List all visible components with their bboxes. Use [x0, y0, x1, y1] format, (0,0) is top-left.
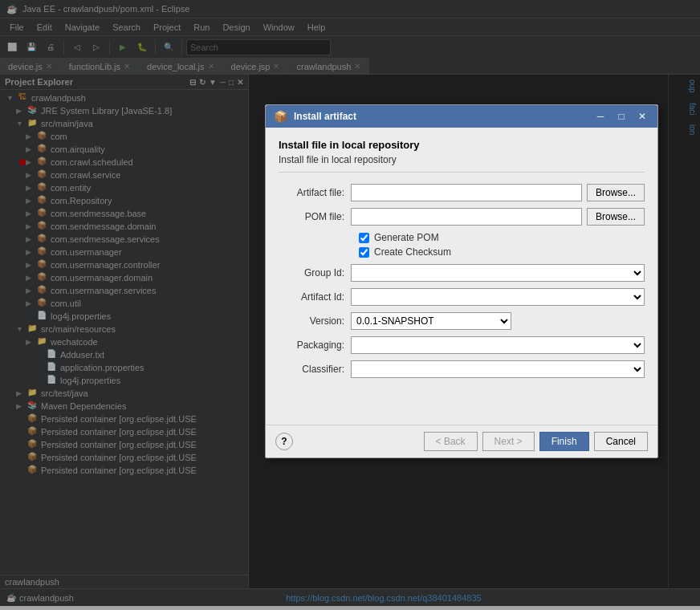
group-id-row: Group Id:	[279, 264, 645, 282]
dialog-close-btn[interactable]: ✕	[635, 110, 649, 123]
version-select[interactable]: 0.0.1-SNAPSHOT	[351, 312, 511, 330]
create-checksum-row: Create Checksum	[279, 246, 645, 258]
artifact-id-row: Artifact Id:	[279, 288, 645, 306]
dialog-minimize-btn[interactable]: ─	[593, 110, 608, 123]
group-id-select[interactable]	[351, 264, 645, 282]
dialog-title-text: Install artifact	[294, 111, 587, 122]
dialog-spacer	[279, 384, 645, 417]
dialog-footer: ? < Back Next > Finish Cancel	[266, 425, 657, 458]
artifact-file-browse-btn[interactable]: Browse...	[587, 184, 645, 201]
cancel-button[interactable]: Cancel	[594, 432, 648, 451]
create-checksum-label: Create Checksum	[374, 246, 451, 258]
artifact-file-label: Artifact file:	[279, 187, 351, 198]
group-id-label: Group Id:	[279, 267, 351, 279]
pom-file-row: POM file: Browse...	[279, 208, 645, 226]
artifact-file-input[interactable]	[351, 184, 582, 201]
pom-file-input[interactable]	[351, 208, 582, 226]
dialog-title-bar: 📦 Install artifact ─ □ ✕	[266, 105, 657, 128]
dialog-maximize-btn[interactable]: □	[614, 110, 629, 123]
pom-file-label: POM file:	[279, 211, 351, 222]
artifact-id-select[interactable]	[351, 288, 645, 306]
generate-pom-checkbox[interactable]	[359, 233, 369, 243]
help-button[interactable]: ?	[275, 433, 293, 450]
dialog-section-title: Install file in local repository	[279, 139, 645, 151]
next-button[interactable]: Next >	[482, 432, 535, 451]
back-button[interactable]: < Back	[424, 432, 478, 451]
packaging-label: Packaging:	[279, 340, 351, 351]
classifier-label: Classifier:	[279, 364, 351, 375]
version-label: Version:	[279, 315, 351, 327]
artifact-id-label: Artifact Id:	[279, 291, 351, 303]
generate-pom-row: Generate POM	[279, 232, 645, 243]
version-row: Version: 0.0.1-SNAPSHOT	[279, 312, 645, 330]
artifact-file-row: Artifact file: Browse...	[279, 184, 645, 201]
generate-pom-label: Generate POM	[374, 232, 439, 243]
dialog-title-icon: 📦	[274, 110, 287, 123]
create-checksum-checkbox[interactable]	[359, 247, 369, 258]
classifier-select[interactable]	[351, 360, 645, 378]
classifier-row: Classifier:	[279, 360, 645, 378]
packaging-row: Packaging:	[279, 336, 645, 354]
pom-file-browse-btn[interactable]: Browse...	[587, 208, 645, 226]
install-artifact-dialog: 📦 Install artifact ─ □ ✕ Install file in…	[265, 104, 658, 458]
packaging-select[interactable]	[351, 336, 645, 354]
modal-overlay: 📦 Install artifact ─ □ ✕ Install file in…	[0, 0, 700, 610]
dialog-section-subtitle: Install file in local repository	[279, 154, 645, 173]
finish-button[interactable]: Finish	[539, 432, 589, 451]
dialog-body: Install file in local repository Install…	[266, 128, 657, 425]
